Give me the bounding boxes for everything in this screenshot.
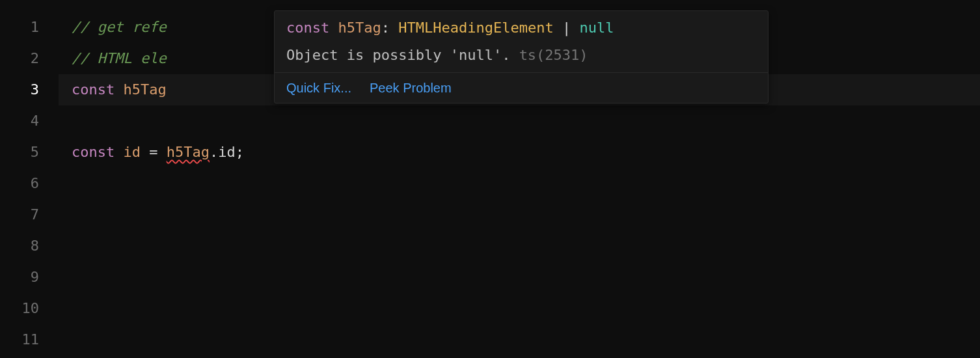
line-number: 12 [0,355,39,358]
sig-null: null [579,20,614,36]
keyword-token: const [72,82,115,98]
space-token [115,82,123,98]
code-line[interactable] [59,105,980,137]
sig-space [329,20,338,36]
identifier-token: id [123,145,141,160]
line-number: 7 [0,199,39,230]
code-line[interactable] [59,355,980,358]
code-line[interactable] [59,230,980,262]
sig-identifier: h5Tag [338,20,381,36]
property-token: id [218,145,236,160]
code-line[interactable] [59,293,980,324]
line-number: 8 [0,230,39,262]
identifier-token: h5Tag [123,82,166,98]
line-number: 1 [0,12,39,43]
keyword-token: const [72,145,115,160]
comment-token: // HTML ele [72,51,167,66]
hover-tooltip: const h5Tag: HTMLHeadingElement | null O… [274,10,769,103]
line-number: 10 [0,293,39,324]
line-number: 2 [0,43,39,74]
identifier-error-token: h5Tag [167,145,210,160]
semicolon-token: ; [236,145,244,160]
comment-token: // get refe [72,20,167,35]
line-number: 4 [0,105,39,137]
code-line[interactable] [59,168,980,199]
code-line[interactable] [59,324,980,355]
code-area[interactable]: // get refe // HTML ele const h5Tag cons… [59,0,980,358]
sig-keyword: const [286,20,329,36]
code-line[interactable]: const id = h5Tag.id; [59,137,980,168]
sig-pipe: | [554,20,580,36]
code-line[interactable] [59,262,980,293]
line-number: 5 [0,137,39,168]
peek-problem-button[interactable]: Peek Problem [370,81,452,95]
hover-error-message: Object is possibly 'null'. ts(2531) [275,42,768,72]
line-number: 6 [0,168,39,199]
code-line[interactable] [59,199,980,230]
error-code: ts(2531) [519,47,588,63]
sig-type: HTMLHeadingElement [398,20,553,36]
error-text: Object is possibly 'null'. [286,47,510,63]
line-number-current: 3 [0,74,39,105]
code-editor[interactable]: 1 2 3 4 5 6 7 8 9 10 11 12 // get refe /… [0,0,980,358]
quick-fix-button[interactable]: Quick Fix... [286,81,351,95]
line-number: 9 [0,262,39,293]
line-number-gutter: 1 2 3 4 5 6 7 8 9 10 11 12 [0,0,59,358]
sig-colon: : [381,20,399,36]
hover-signature: const h5Tag: HTMLHeadingElement | null [275,11,768,42]
line-number: 11 [0,324,39,355]
space-token [115,145,123,160]
operator-token: = [141,145,167,160]
hover-actions: Quick Fix... Peek Problem [275,72,768,103]
dot-token: . [210,145,218,160]
